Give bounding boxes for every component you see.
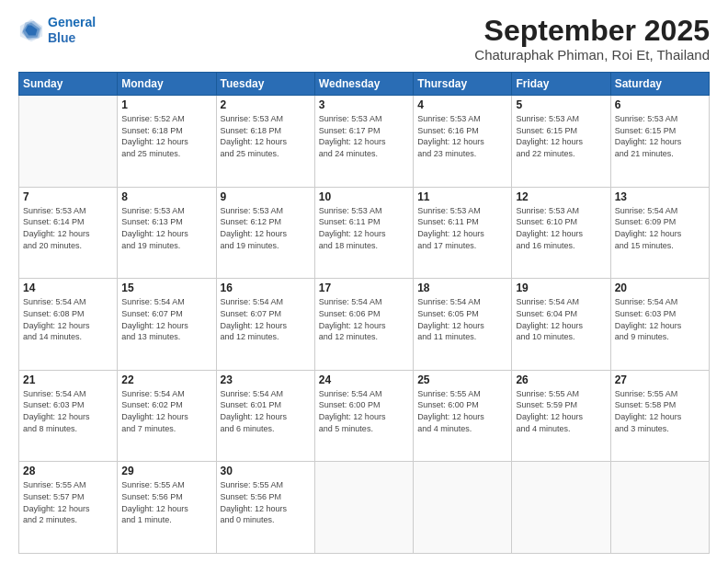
day-info: Sunrise: 5:54 AM Sunset: 6:00 PM Dayligh… [319, 388, 409, 434]
day-number: 12 [516, 190, 606, 203]
day-info: Sunrise: 5:54 AM Sunset: 6:08 PM Dayligh… [23, 296, 113, 342]
day-number: 11 [417, 190, 507, 203]
day-info: Sunrise: 5:54 AM Sunset: 6:04 PM Dayligh… [516, 296, 606, 342]
day-info: Sunrise: 5:53 AM Sunset: 6:18 PM Dayligh… [221, 113, 311, 159]
logo-blue: Blue [48, 30, 96, 46]
day-number: 4 [417, 98, 507, 111]
day-number: 7 [23, 190, 113, 203]
calendar-cell: 11Sunrise: 5:53 AM Sunset: 6:11 PM Dayli… [414, 187, 512, 279]
day-info: Sunrise: 5:54 AM Sunset: 6:07 PM Dayligh… [221, 296, 311, 342]
day-header-saturday: Saturday [610, 73, 709, 96]
title-block: September 2025 Chaturaphak Phiman, Roi E… [474, 15, 710, 63]
calendar-cell: 22Sunrise: 5:54 AM Sunset: 6:02 PM Dayli… [118, 370, 216, 462]
logo-icon [18, 17, 44, 43]
calendar-cell: 4Sunrise: 5:53 AM Sunset: 6:16 PM Daylig… [414, 96, 512, 188]
calendar-cell: 14Sunrise: 5:54 AM Sunset: 6:08 PM Dayli… [19, 279, 118, 371]
day-number: 15 [121, 282, 211, 294]
day-number: 25 [417, 373, 507, 386]
calendar-cell [512, 462, 610, 554]
calendar-cell: 16Sunrise: 5:54 AM Sunset: 6:07 PM Dayli… [216, 279, 314, 371]
day-info: Sunrise: 5:53 AM Sunset: 6:17 PM Dayligh… [319, 113, 409, 159]
day-info: Sunrise: 5:55 AM Sunset: 5:58 PM Dayligh… [615, 388, 705, 434]
day-number: 21 [23, 373, 113, 386]
calendar-cell: 3Sunrise: 5:53 AM Sunset: 6:17 PM Daylig… [314, 96, 413, 188]
calendar-week-row: 28Sunrise: 5:55 AM Sunset: 5:57 PM Dayli… [19, 462, 710, 554]
calendar-cell: 26Sunrise: 5:55 AM Sunset: 5:59 PM Dayli… [512, 370, 610, 462]
calendar-week-row: 21Sunrise: 5:54 AM Sunset: 6:03 PM Dayli… [19, 370, 710, 462]
day-number: 30 [221, 465, 311, 477]
header: General Blue September 2025 Chaturaphak … [18, 15, 710, 63]
calendar-cell: 5Sunrise: 5:53 AM Sunset: 6:15 PM Daylig… [512, 96, 610, 188]
day-info: Sunrise: 5:53 AM Sunset: 6:10 PM Dayligh… [516, 205, 606, 251]
day-header-thursday: Thursday [414, 73, 512, 96]
day-header-sunday: Sunday [19, 73, 118, 96]
day-number: 8 [121, 190, 211, 203]
calendar-cell [19, 96, 118, 188]
day-number: 17 [319, 282, 409, 294]
day-number: 14 [23, 282, 113, 294]
day-info: Sunrise: 5:54 AM Sunset: 6:02 PM Dayligh… [121, 388, 211, 434]
day-number: 19 [516, 282, 606, 294]
calendar-cell [314, 462, 413, 554]
page: General Blue September 2025 Chaturaphak … [0, 0, 728, 563]
day-number: 20 [615, 282, 705, 294]
day-info: Sunrise: 5:55 AM Sunset: 6:00 PM Dayligh… [417, 388, 507, 434]
day-info: Sunrise: 5:53 AM Sunset: 6:13 PM Dayligh… [121, 205, 211, 251]
day-number: 3 [319, 98, 409, 111]
day-number: 18 [417, 282, 507, 294]
day-number: 6 [615, 98, 705, 111]
day-number: 9 [221, 190, 311, 203]
day-info: Sunrise: 5:54 AM Sunset: 6:03 PM Dayligh… [23, 388, 113, 434]
day-number: 2 [221, 98, 311, 111]
calendar-cell: 7Sunrise: 5:53 AM Sunset: 6:14 PM Daylig… [19, 187, 118, 279]
calendar-cell: 13Sunrise: 5:54 AM Sunset: 6:09 PM Dayli… [610, 187, 709, 279]
day-info: Sunrise: 5:54 AM Sunset: 6:06 PM Dayligh… [319, 296, 409, 342]
calendar-cell [414, 462, 512, 554]
day-info: Sunrise: 5:53 AM Sunset: 6:16 PM Dayligh… [417, 113, 507, 159]
calendar-cell [610, 462, 709, 554]
calendar-cell: 19Sunrise: 5:54 AM Sunset: 6:04 PM Dayli… [512, 279, 610, 371]
logo-text: General Blue [48, 15, 96, 46]
day-info: Sunrise: 5:54 AM Sunset: 6:01 PM Dayligh… [221, 388, 311, 434]
day-number: 10 [319, 190, 409, 203]
day-info: Sunrise: 5:53 AM Sunset: 6:15 PM Dayligh… [516, 113, 606, 159]
day-header-friday: Friday [512, 73, 610, 96]
days-header-row: SundayMondayTuesdayWednesdayThursdayFrid… [19, 73, 710, 96]
day-info: Sunrise: 5:54 AM Sunset: 6:05 PM Dayligh… [417, 296, 507, 342]
day-number: 28 [23, 465, 113, 477]
day-number: 27 [615, 373, 705, 386]
day-info: Sunrise: 5:55 AM Sunset: 5:59 PM Dayligh… [516, 388, 606, 434]
calendar-cell: 27Sunrise: 5:55 AM Sunset: 5:58 PM Dayli… [610, 370, 709, 462]
calendar-cell: 17Sunrise: 5:54 AM Sunset: 6:06 PM Dayli… [314, 279, 413, 371]
calendar-cell: 29Sunrise: 5:55 AM Sunset: 5:56 PM Dayli… [118, 462, 216, 554]
calendar-cell: 24Sunrise: 5:54 AM Sunset: 6:00 PM Dayli… [314, 370, 413, 462]
day-header-tuesday: Tuesday [216, 73, 314, 96]
calendar-cell: 21Sunrise: 5:54 AM Sunset: 6:03 PM Dayli… [19, 370, 118, 462]
day-info: Sunrise: 5:53 AM Sunset: 6:14 PM Dayligh… [23, 205, 113, 251]
day-info: Sunrise: 5:53 AM Sunset: 6:15 PM Dayligh… [615, 113, 705, 159]
day-info: Sunrise: 5:54 AM Sunset: 6:03 PM Dayligh… [615, 296, 705, 342]
day-info: Sunrise: 5:52 AM Sunset: 6:18 PM Dayligh… [121, 113, 211, 159]
day-number: 1 [121, 98, 211, 111]
calendar-cell: 18Sunrise: 5:54 AM Sunset: 6:05 PM Dayli… [414, 279, 512, 371]
calendar-table: SundayMondayTuesdayWednesdayThursdayFrid… [18, 72, 710, 554]
calendar-cell: 23Sunrise: 5:54 AM Sunset: 6:01 PM Dayli… [216, 370, 314, 462]
calendar-cell: 9Sunrise: 5:53 AM Sunset: 6:12 PM Daylig… [216, 187, 314, 279]
calendar-cell: 25Sunrise: 5:55 AM Sunset: 6:00 PM Dayli… [414, 370, 512, 462]
calendar-cell: 10Sunrise: 5:53 AM Sunset: 6:11 PM Dayli… [314, 187, 413, 279]
day-number: 26 [516, 373, 606, 386]
calendar-cell: 8Sunrise: 5:53 AM Sunset: 6:13 PM Daylig… [118, 187, 216, 279]
day-info: Sunrise: 5:55 AM Sunset: 5:56 PM Dayligh… [121, 479, 211, 525]
day-info: Sunrise: 5:55 AM Sunset: 5:56 PM Dayligh… [221, 479, 311, 525]
calendar-cell: 12Sunrise: 5:53 AM Sunset: 6:10 PM Dayli… [512, 187, 610, 279]
day-info: Sunrise: 5:53 AM Sunset: 6:12 PM Dayligh… [221, 205, 311, 251]
day-info: Sunrise: 5:54 AM Sunset: 6:09 PM Dayligh… [615, 205, 705, 251]
calendar-week-row: 1Sunrise: 5:52 AM Sunset: 6:18 PM Daylig… [19, 96, 710, 188]
calendar-cell: 6Sunrise: 5:53 AM Sunset: 6:15 PM Daylig… [610, 96, 709, 188]
day-number: 29 [121, 465, 211, 477]
calendar-cell: 1Sunrise: 5:52 AM Sunset: 6:18 PM Daylig… [118, 96, 216, 188]
day-number: 5 [516, 98, 606, 111]
day-number: 24 [319, 373, 409, 386]
main-title: September 2025 [474, 15, 710, 47]
day-number: 16 [221, 282, 311, 294]
